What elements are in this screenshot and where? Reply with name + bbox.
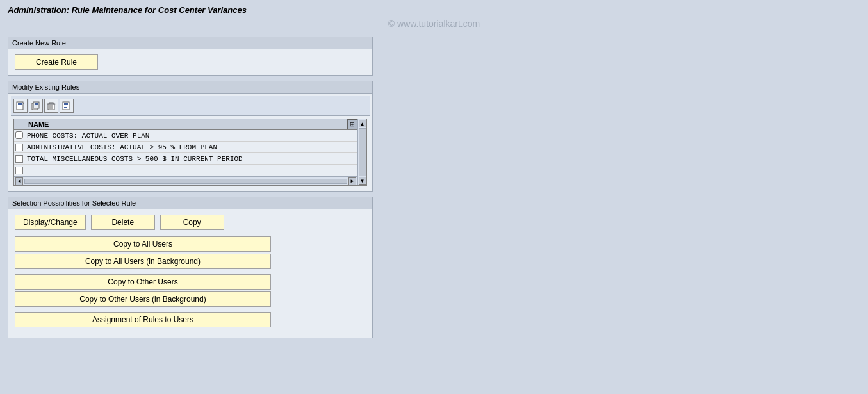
create-rule-button[interactable]: Create Rule: [15, 54, 98, 70]
row1-cell: PHONE COSTS: ACTUAL OVER PLAN: [24, 131, 347, 141]
table-row: TOTAL MISCELLANEOUS COSTS > 500 $ IN CUR…: [14, 153, 357, 165]
toolbar-btn-4[interactable]: [60, 99, 74, 113]
svg-rect-17: [64, 103, 68, 104]
toolbar-btn-1[interactable]: [13, 99, 28, 113]
scroll-down[interactable]: ▼: [359, 177, 366, 185]
svg-rect-19: [64, 106, 68, 106]
title-bar: Administration: Rule Maintenance for Cos…: [0, 0, 868, 17]
assignment-group: Assignment of Rules to Users: [15, 312, 366, 327]
svg-rect-1: [18, 103, 22, 104]
rules-toolbar: [11, 96, 370, 116]
scroll-left[interactable]: ◄: [15, 177, 23, 185]
copy-button[interactable]: Copy: [160, 215, 224, 230]
modify-existing-rules-header: Modify Existing Rules: [8, 81, 372, 94]
copy-to-other-users-button[interactable]: Copy to Other Users: [15, 274, 271, 290]
svg-rect-11: [49, 103, 53, 104]
scroll-up[interactable]: ▲: [359, 120, 366, 127]
copy-other-users-group: Copy to Other Users Copy to Other Users …: [15, 274, 366, 307]
action-buttons-row: Display/Change Delete Copy: [15, 215, 366, 230]
h-scrollbar[interactable]: ◄ ►: [14, 176, 357, 185]
selection-possibilities-content: Display/Change Delete Copy Copy to All U…: [8, 209, 372, 338]
v-scroll-track[interactable]: [359, 128, 366, 176]
create-new-rule-content: Create Rule: [8, 49, 372, 75]
copy-icon: [31, 101, 40, 110]
selection-possibilities-section: Selection Possibilities for Selected Rul…: [8, 197, 373, 338]
row3-selector[interactable]: [15, 155, 23, 163]
svg-rect-9: [35, 104, 38, 105]
copy-to-all-users-background-button[interactable]: Copy to All Users (in Background): [15, 254, 271, 269]
toolbar-btn-2[interactable]: [29, 99, 43, 113]
rules-table: NAME ⊞ PHONE COSTS: ACTUAL OVER PLAN: [13, 119, 367, 186]
new-icon: [16, 101, 25, 110]
row4-cell: [24, 169, 347, 172]
table-row: PHONE COSTS: ACTUAL OVER PLAN: [14, 130, 357, 142]
display-change-button[interactable]: Display/Change: [15, 215, 86, 230]
modify-rules-content: NAME ⊞ PHONE COSTS: ACTUAL OVER PLAN: [8, 94, 372, 191]
assignment-of-rules-to-users-button[interactable]: Assignment of Rules to Users: [15, 312, 271, 327]
table-inner: NAME ⊞ PHONE COSTS: ACTUAL OVER PLAN: [14, 119, 357, 185]
watermark: © www.tutorialkart.com: [0, 17, 868, 34]
svg-rect-2: [18, 104, 22, 105]
delete-icon: [47, 101, 56, 110]
h-scroll-track[interactable]: [24, 179, 347, 184]
copy-to-all-users-button[interactable]: Copy to All Users: [15, 236, 271, 252]
table-header: NAME ⊞: [14, 119, 357, 130]
delete-button[interactable]: Delete: [91, 215, 155, 230]
modify-existing-rules-section: Modify Existing Rules: [8, 81, 373, 192]
svg-rect-20: [64, 107, 67, 108]
scroll-right[interactable]: ►: [348, 177, 356, 185]
page-title: Administration: Rule Maintenance for Cos…: [8, 5, 247, 15]
table-row-empty: [14, 165, 357, 176]
row3-cell: TOTAL MISCELLANEOUS COSTS > 500 $ IN CUR…: [24, 154, 347, 164]
row2-cell: ADMINISTRATIVE COSTS: ACTUAL > 95 % FROM…: [24, 142, 347, 152]
table-options-icon[interactable]: ⊞: [347, 119, 357, 129]
row2-selector[interactable]: [15, 144, 23, 151]
refresh-icon: [62, 101, 71, 110]
svg-rect-18: [64, 104, 68, 105]
selection-possibilities-header: Selection Possibilities for Selected Rul…: [8, 197, 372, 209]
copy-all-users-group: Copy to All Users Copy to All Users (in …: [15, 236, 366, 269]
svg-rect-12: [47, 104, 55, 105]
toolbar-btn-3[interactable]: [44, 99, 58, 113]
svg-rect-3: [18, 106, 20, 106]
name-column-header: NAME: [24, 119, 347, 129]
create-new-rule-header: Create New Rule: [8, 37, 372, 49]
v-scrollbar[interactable]: ▲ ▼: [357, 119, 366, 185]
table-row: ADMINISTRATIVE COSTS: ACTUAL > 95 % FROM…: [14, 142, 357, 153]
main-content: Create New Rule Create Rule Modify Exist…: [0, 34, 868, 346]
row1-checkbox[interactable]: [15, 131, 23, 139]
copy-to-other-users-background-button[interactable]: Copy to Other Users (in Background): [15, 291, 271, 307]
create-new-rule-section: Create New Rule Create Rule: [8, 37, 373, 76]
page-wrapper: Administration: Rule Maintenance for Cos…: [0, 0, 868, 394]
svg-rect-8: [35, 103, 38, 104]
row4-selector[interactable]: [15, 167, 23, 174]
